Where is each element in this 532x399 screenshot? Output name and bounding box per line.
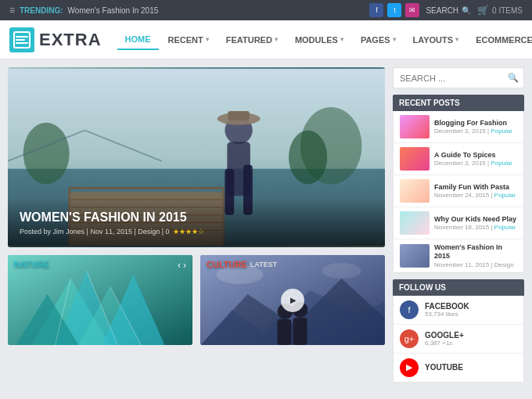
list-item: Women's Fashion In 2015 November 11, 201… (394, 239, 523, 272)
post-info: Blogging For Fashion December 2, 2015 | … (434, 119, 517, 135)
follow-network[interactable]: FACEBOOK (425, 302, 469, 311)
follow-info: YOUTUBE (425, 363, 463, 372)
chevron-down-icon: ▾ (455, 36, 458, 43)
nav-item-recent[interactable]: RECENT ▾ (160, 31, 217, 49)
hero-section: WOMEN'S FASHION IN 2015 Posted by Jim Jo… (8, 67, 385, 247)
top-bar-left: ≡ TRENDING: Women's Fashion In 2015 (9, 5, 158, 16)
trending-text: Women's Fashion In 2015 (68, 6, 159, 15)
post-thumbnail (400, 244, 430, 268)
list-item: g+ GOOGLE+ 6,387 +1s (394, 325, 523, 354)
nav-bar: EXTRA HOME RECENT ▾ FEATURED ▾ MODULES ▾… (0, 20, 532, 59)
top-bar-right: f t ✉ SEARCH 🔍 🛒 0 ITEMS (369, 3, 523, 17)
hero-stars: ★★★★☆ (173, 228, 204, 235)
section-culture: CULTURE Latest (200, 255, 385, 345)
post-info: Why Our Kids Need Play November 18, 2015… (434, 215, 517, 232)
svg-point-15 (23, 123, 70, 185)
post-thumbnail (400, 115, 430, 138)
cart-label: 0 ITEMS (492, 6, 523, 15)
menu-icon: ≡ (9, 5, 15, 16)
nature-label: NATURE (14, 260, 49, 269)
post-info: Women's Fashion In 2015 November 11, 201… (434, 243, 517, 268)
list-item: Blogging For Fashion December 2, 2015 | … (394, 111, 523, 143)
follow-count: 6,387 +1s (425, 340, 464, 347)
list-item: Why Our Kids Need Play November 18, 2015… (394, 207, 523, 239)
post-thumbnail (400, 147, 430, 171)
hero-meta-text: Posted by Jim Jones | Nov 11, 2015 | Des… (20, 228, 170, 235)
follow-count: 53,734 likes (425, 311, 469, 318)
search-top-icon: 🔍 (462, 6, 471, 15)
nature-nav: ‹ › (178, 260, 186, 271)
svg-rect-37 (278, 319, 292, 345)
chevron-down-icon: ▾ (275, 36, 278, 43)
svg-rect-38 (293, 318, 307, 345)
nav-item-pages[interactable]: PAGES ▾ (353, 31, 404, 49)
left-content: WOMEN'S FASHION IN 2015 Posted by Jim Jo… (8, 67, 385, 391)
nav-item-home[interactable]: HOME (117, 30, 159, 50)
chevron-down-icon: ▾ (206, 36, 209, 43)
nav-item-modules[interactable]: MODULES ▾ (287, 31, 351, 49)
bottom-sections: NATURE ‹ › (8, 255, 385, 345)
recent-posts-list: Blogging For Fashion December 2, 2015 | … (393, 111, 524, 273)
trending-label: TRENDING: (20, 6, 63, 15)
post-thumbnail (400, 211, 430, 235)
post-title[interactable]: Why Our Kids Need Play (434, 215, 517, 224)
follow-network[interactable]: YOUTUBE (425, 363, 463, 372)
culture-label-text: CULTURE (207, 260, 247, 269)
logo-area[interactable]: EXTRA (9, 27, 102, 52)
post-thumbnail (400, 179, 430, 203)
nav-item-featured[interactable]: FEATURED ▾ (218, 31, 286, 49)
post-title[interactable]: Women's Fashion In 2015 (434, 243, 517, 261)
search-top[interactable]: SEARCH 🔍 (426, 6, 471, 15)
list-item: f FACEBOOK 53,734 likes (394, 296, 523, 325)
follow-info: FACEBOOK 53,734 likes (425, 302, 469, 318)
search-icon: 🔍 (508, 73, 519, 83)
list-item: A Guide To Spices December 2, 2015 | Pop… (394, 143, 523, 175)
facebook-icon[interactable]: f (369, 3, 383, 17)
follow-us-section: FOLLOW US f FACEBOOK 53,734 likes g+ GOO… (393, 279, 524, 383)
follow-info: GOOGLE+ 6,387 +1s (425, 331, 464, 347)
post-title[interactable]: A Guide To Spices (434, 151, 517, 160)
search-box[interactable]: 🔍 (393, 67, 524, 88)
nav-item-layouts[interactable]: LAYOUTS ▾ (405, 31, 467, 49)
play-button[interactable] (281, 289, 304, 312)
section-nature: NATURE ‹ › (8, 255, 192, 345)
hero-meta: Posted by Jim Jones | Nov 11, 2015 | Des… (20, 228, 373, 235)
chevron-down-icon: ▾ (340, 36, 343, 43)
top-bar: ≡ TRENDING: Women's Fashion In 2015 f t … (0, 0, 532, 20)
facebook-follow-icon: f (400, 300, 419, 319)
logo-text: EXTRA (39, 30, 102, 50)
main-content: WOMEN'S FASHION IN 2015 Posted by Jim Jo… (0, 59, 532, 399)
right-sidebar: 🔍 RECENT POSTS Blogging For Fashion Dece… (393, 67, 524, 391)
nav-menu: HOME RECENT ▾ FEATURED ▾ MODULES ▾ PAGES… (117, 30, 532, 50)
recent-posts-section: RECENT POSTS Blogging For Fashion Decemb… (393, 95, 524, 273)
post-meta: November 11, 2015 | Design (434, 261, 517, 268)
svg-point-17 (289, 131, 327, 185)
list-item: ▶ YOUTUBE (394, 354, 523, 382)
next-button[interactable]: › (183, 260, 186, 271)
search-input[interactable] (400, 74, 508, 83)
twitter-icon[interactable]: t (387, 3, 401, 17)
cart-area[interactable]: 🛒 0 ITEMS (477, 5, 523, 16)
post-meta: November 24, 2015 | Popular (434, 192, 517, 199)
post-info: Family Fun With Pasta November 24, 2015 … (434, 183, 517, 200)
post-meta: December 2, 2015 | Popular (434, 160, 517, 167)
instagram-icon[interactable]: ✉ (405, 3, 419, 17)
chevron-down-icon: ▾ (393, 36, 396, 43)
social-icons: f t ✉ (369, 3, 419, 17)
svg-rect-14 (228, 111, 250, 120)
post-meta: December 2, 2015 | Popular (434, 128, 517, 135)
recent-posts-title: RECENT POSTS (393, 95, 524, 111)
follow-network[interactable]: GOOGLE+ (425, 331, 464, 340)
googleplus-follow-icon: g+ (400, 329, 419, 348)
follow-us-title: FOLLOW US (393, 279, 524, 296)
post-title[interactable]: Blogging For Fashion (434, 119, 517, 128)
logo-box (9, 27, 34, 52)
nature-label-text: NATURE (14, 260, 49, 269)
prev-button[interactable]: ‹ (178, 260, 181, 271)
list-item: Family Fun With Pasta November 24, 2015 … (394, 175, 523, 207)
nav-item-ecommerce[interactable]: ECOMMERCE (468, 31, 532, 49)
post-info: A Guide To Spices December 2, 2015 | Pop… (434, 151, 517, 167)
hero-overlay: WOMEN'S FASHION IN 2015 Posted by Jim Jo… (8, 198, 385, 247)
post-title[interactable]: Family Fun With Pasta (434, 183, 517, 192)
youtube-follow-icon: ▶ (400, 358, 419, 377)
